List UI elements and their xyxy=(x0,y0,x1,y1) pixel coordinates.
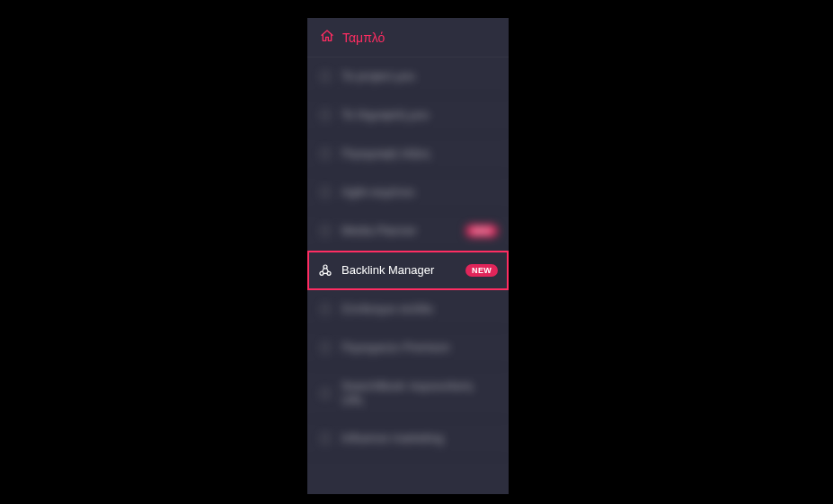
generic-icon xyxy=(318,185,332,199)
svg-rect-3 xyxy=(321,188,329,196)
sidebar-item[interactable]: Agile κειμένου › xyxy=(307,173,509,212)
svg-rect-9 xyxy=(321,343,329,351)
generic-icon xyxy=(318,69,332,84)
sidebar-items: Τα project μου Τα δημοφιλή μου › Περιγρα… xyxy=(307,57,509,494)
svg-rect-4 xyxy=(321,226,329,234)
new-badge: NEW xyxy=(465,225,498,238)
sidebar-item[interactable]: Media Planner NEW xyxy=(307,212,509,251)
sidebar-item-backlink-manager[interactable]: Backlink Manager NEW xyxy=(307,251,509,290)
chevron-right-icon: › xyxy=(495,342,498,353)
chevron-right-icon: › xyxy=(495,304,498,314)
svg-rect-1 xyxy=(321,111,329,119)
sidebar-item-label: Τα δημοφιλή μου xyxy=(341,108,486,122)
sidebar-item-label: Agile κειμένου xyxy=(341,185,486,199)
sidebar-item[interactable]: Περιοχικών Premium › xyxy=(307,329,509,367)
generic-icon xyxy=(318,302,332,316)
sidebar-item-label: Σύνδεσμοι σελίδα xyxy=(341,302,486,316)
sidebar-item[interactable]: Influence marketing › xyxy=(307,420,509,458)
chevron-right-icon: › xyxy=(495,110,498,120)
sidebar-item[interactable]: Σύνδεσμοι σελίδα › xyxy=(307,290,509,329)
generic-icon xyxy=(318,146,332,161)
backlink-icon xyxy=(318,263,332,278)
sidebar-item-label: Media Planner xyxy=(341,224,456,238)
sidebar-item-label: Περιγραφή λέξεις xyxy=(341,146,486,161)
sidebar-item[interactable]: SearchBook παρουσίαση URL › xyxy=(307,367,509,420)
sidebar-item[interactable]: Περιγραφή λέξεις › xyxy=(307,135,509,173)
chevron-right-icon: › xyxy=(495,187,498,198)
home-icon xyxy=(320,29,334,46)
generic-icon xyxy=(318,224,332,238)
svg-rect-2 xyxy=(321,149,329,157)
svg-rect-10 xyxy=(321,389,329,397)
sidebar-item-label: Τα project μου xyxy=(341,69,498,84)
svg-rect-0 xyxy=(321,72,329,80)
svg-rect-11 xyxy=(321,435,329,443)
sidebar-header[interactable]: Ταμπλό xyxy=(307,18,509,57)
sidebar: Ταμπλό Τα project μου Τα δημοφιλή μου › … xyxy=(307,18,509,494)
sidebar-item-label: Περιοχικών Premium xyxy=(341,340,486,355)
sidebar-item[interactable]: Τα δημοφιλή μου › xyxy=(307,96,509,135)
new-badge: NEW xyxy=(465,264,498,278)
sidebar-header-label: Ταμπλό xyxy=(342,31,385,45)
sidebar-item-label: SearchBook παρουσίαση URL xyxy=(341,379,486,407)
sidebar-item[interactable]: Τα project μου xyxy=(307,57,509,96)
chevron-right-icon: › xyxy=(495,388,498,399)
generic-icon xyxy=(318,431,332,446)
chevron-right-icon: › xyxy=(495,148,498,159)
generic-icon xyxy=(318,108,332,122)
generic-icon xyxy=(318,340,332,355)
sidebar-item-label: Influence marketing xyxy=(341,431,486,446)
sidebar-item-label: Backlink Manager xyxy=(341,263,456,278)
svg-rect-8 xyxy=(321,305,329,313)
chevron-right-icon: › xyxy=(495,433,498,444)
generic-icon xyxy=(318,386,332,401)
